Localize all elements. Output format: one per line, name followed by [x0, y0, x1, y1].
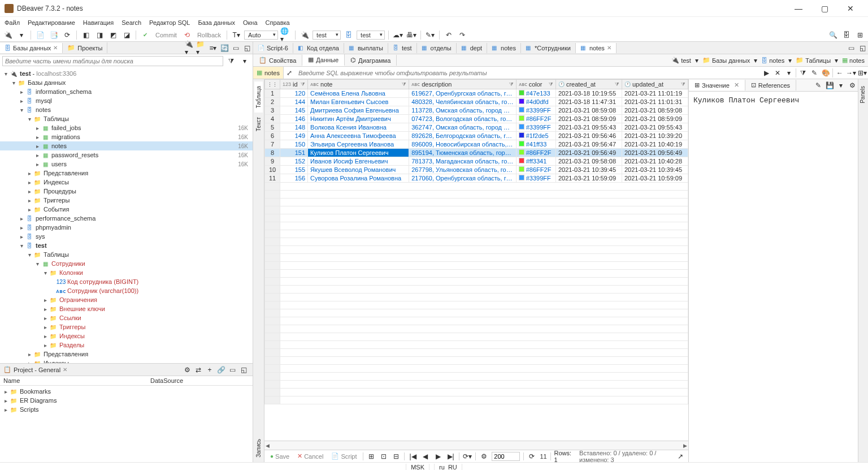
filter-icon[interactable]: ⧩ [615, 81, 619, 88]
sql-mgr-button[interactable]: 📑 [48, 29, 59, 41]
filter-icon[interactable]: ⧩ [402, 81, 406, 88]
txn-button[interactable]: T▾ [231, 29, 242, 41]
cell-created[interactable]: 2021-03-21 09:55:43 [555, 123, 622, 132]
editor-tab[interactable]: ▦notes [487, 43, 521, 53]
subtab-data[interactable]: ▦Данные [302, 54, 345, 66]
cell-note[interactable]: Суворова Розалина Романовна [308, 174, 409, 183]
ed-max-icon[interactable]: ◱ [857, 42, 868, 54]
save-button[interactable]: ●Save [268, 452, 292, 460]
tree-migrations[interactable]: ▸▦migrations16K [0, 132, 253, 141]
proj-max-icon[interactable]: ◱ [238, 364, 249, 376]
filter-label[interactable]: ▦notes [253, 67, 284, 79]
cell-updated[interactable]: 2021-03-21 08:59:09 [622, 115, 688, 123]
filter-ref-icon[interactable]: ⊞▾ [857, 67, 868, 79]
rownum-cell[interactable]: 11 [265, 174, 280, 183]
cell-updated[interactable]: 2021-03-21 10:39:20 [622, 132, 688, 140]
perspective-icon[interactable]: ⊞ [854, 29, 866, 41]
cell-created[interactable]: 2021-03-18 11:47:31 [555, 98, 622, 106]
tree-add-icon[interactable]: 🔌▾ [185, 42, 196, 54]
scroll-right-icon[interactable]: ▶ [683, 443, 687, 449]
cell-created[interactable]: 2021-03-21 09:56:46 [555, 132, 622, 140]
proj-link-icon[interactable]: ⇄ [193, 364, 204, 376]
proj-gear-icon[interactable]: ⚙ [181, 364, 193, 376]
search-icon[interactable]: 🔍 [827, 29, 839, 41]
refresh-data-icon[interactable]: ⟳▾ [463, 451, 472, 462]
tree-test-views[interactable]: ▸📁Представления [0, 350, 253, 359]
edit-del-icon[interactable]: ⊟ [392, 451, 401, 462]
tree-procs[interactable]: ▸📁Процедуры [0, 187, 253, 196]
tb-redo-icon[interactable]: ↷ [457, 29, 468, 41]
rollback-label[interactable]: Rollback [195, 32, 223, 38]
cell-note[interactable]: Дмитриева София Евгеньевна [308, 106, 409, 115]
cell-desc[interactable]: 267798, Ульяновская область, город Ступи… [409, 166, 517, 174]
page-size-input[interactable] [492, 452, 520, 461]
column-header-created_at[interactable]: 🕐created_at⧩ [555, 80, 622, 89]
tree-triggers[interactable]: ▸📁Триггеры [0, 196, 253, 205]
rollback-icon[interactable]: ⟲ [181, 29, 193, 41]
cell-updated[interactable]: 2021-03-21 10:40:19 [622, 140, 688, 149]
proj-er[interactable]: ▸📁ER Diagrams [0, 396, 253, 405]
edit-dup-icon[interactable]: ⊡ [379, 451, 388, 462]
table-row[interactable]: 5148Волкова Ксения Ивановна362747, Омска… [265, 123, 688, 132]
sql-filter-input[interactable] [295, 68, 761, 77]
subtab-props[interactable]: 📋Свойства [253, 55, 302, 66]
tree-folder-icon[interactable]: 📁▾ [196, 42, 207, 54]
table-row[interactable]: 9152Иванов Иосиф Евгеньевич781373, Магад… [265, 157, 688, 166]
tree-conn-test[interactable]: ▾🔌test - localhost:3306 [0, 69, 253, 78]
cell-updated[interactable]: 2021-03-21 10:59:09 [622, 174, 688, 183]
column-header-id[interactable]: 123id⧩ [280, 80, 308, 89]
menu-help[interactable]: Справка [266, 19, 290, 26]
filter-fwd-icon[interactable]: →▾ [845, 67, 857, 79]
cell-created[interactable]: 2021-03-21 10:39:45 [555, 166, 622, 174]
filter-icon[interactable]: ⧩ [549, 81, 553, 88]
nav-next-icon[interactable]: ▶ [433, 451, 442, 462]
cell-created[interactable]: 2021-03-21 09:56:49 [555, 149, 622, 157]
cell-id[interactable]: 148 [280, 123, 308, 132]
settings-icon[interactable]: ⚙ [479, 451, 488, 462]
cell-color[interactable]: #1f2de5 [516, 132, 555, 140]
tree-failed-jobs[interactable]: ▸▦failed_jobs16K [0, 123, 253, 132]
table-row[interactable]: 11156Суворова Розалина Романовна217060, … [265, 174, 688, 183]
cell-color[interactable]: #3399FF [516, 106, 555, 115]
close-icon[interactable]: ✕ [607, 45, 611, 51]
nav-first-icon[interactable]: |◀ [408, 451, 417, 462]
connection-combo[interactable]: test [313, 31, 341, 40]
proj-link2-icon[interactable]: 🔗 [215, 364, 227, 376]
filter-back-icon[interactable]: ← [834, 67, 845, 79]
filter-icon[interactable]: ⧩ [301, 81, 305, 88]
editor-tab[interactable]: ▦*Сотрудники [521, 43, 576, 53]
tree-indexes[interactable]: ▸📁Индексы [0, 178, 253, 187]
cell-updated[interactable]: 2021-03-21 11:01:31 [622, 98, 688, 106]
table-row[interactable]: 2144Милан Евгеньевич Сысоев480328, Челяб… [265, 98, 688, 106]
editor-tab[interactable]: ▦отделы [417, 43, 457, 53]
cell-color[interactable]: #41ff33 [516, 140, 555, 149]
editor-tab[interactable]: 📄 Script-6 [253, 43, 293, 53]
cell-id[interactable]: 120 [280, 89, 308, 98]
cell-id[interactable]: 155 [280, 166, 308, 174]
rownum-cell[interactable]: 4 [265, 115, 280, 123]
cell-updated[interactable]: 2021-03-21 09:55:43 [622, 123, 688, 132]
cell-created[interactable]: 2021-03-18 10:19:55 [555, 89, 622, 98]
vtab-panels[interactable]: Panels [858, 81, 867, 108]
menu-edit[interactable]: Редактирование [28, 19, 75, 26]
filter-apply-icon[interactable]: ▶ [761, 67, 772, 79]
cell-desc[interactable]: 781373, Магаданская область, город Подол… [409, 157, 517, 166]
filter-expand-icon[interactable]: ⤢ [284, 67, 295, 79]
filter-icon[interactable]: ⧩ [509, 81, 514, 88]
rownum-header[interactable]: ⋮⋮ [265, 80, 280, 89]
cell-id[interactable]: 146 [280, 115, 308, 123]
cell-id[interactable]: 145 [280, 106, 308, 115]
editor-tab[interactable]: ▦выплаты [344, 43, 388, 53]
cell-id[interactable]: 150 [280, 140, 308, 149]
ed-min-icon[interactable]: ▭ [845, 42, 857, 54]
column-header-updated_at[interactable]: 🕐updated_at⧩ [622, 80, 688, 89]
rownum-cell[interactable]: 5 [265, 123, 280, 132]
cell-color[interactable]: #47e133 [516, 89, 555, 98]
close-icon[interactable]: ✕ [63, 366, 67, 373]
rp-edit-icon[interactable]: ✎ [813, 80, 824, 91]
filter-color-icon[interactable]: 🎨 [820, 67, 831, 79]
minimize-button[interactable]: — [785, 0, 811, 16]
cell-note[interactable]: Эльвира Сергеевна Иванова [308, 140, 409, 149]
cell-color[interactable]: #ff3341 [516, 157, 555, 166]
cell-desc[interactable]: 895194, Тюменская область, город Балаших… [409, 149, 517, 157]
